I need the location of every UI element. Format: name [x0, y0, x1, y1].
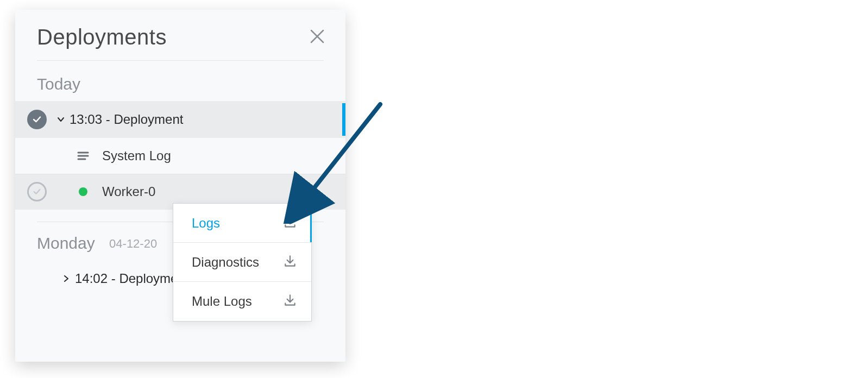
list-icon [75, 149, 91, 162]
close-icon [309, 28, 326, 45]
menu-item-label: Logs [192, 216, 220, 231]
close-button[interactable] [309, 28, 326, 47]
status-success-icon [27, 110, 47, 129]
panel-header: Deployments [15, 10, 345, 60]
deployment-label: 14:02 - Deployment [75, 271, 188, 286]
deployment-label: 13:03 - Deployment [70, 112, 183, 127]
menu-item-diagnostics[interactable]: Diagnostics [173, 243, 311, 282]
menu-item-label: Diagnostics [192, 255, 259, 270]
menu-item-label: Mule Logs [192, 294, 252, 309]
system-log-label: System Log [102, 148, 171, 163]
status-pending-icon [27, 182, 47, 201]
day-group-label: Today [15, 71, 345, 101]
deployment-row[interactable]: 13:03 - Deployment [15, 101, 345, 138]
download-icon [283, 293, 297, 310]
menu-item-logs[interactable]: Logs [173, 204, 311, 243]
status-running-icon [75, 187, 91, 196]
day-name: Monday [37, 234, 95, 252]
download-icon [283, 254, 297, 270]
system-log-row[interactable]: System Log [15, 138, 345, 174]
worker-label: Worker-0 [102, 184, 155, 199]
panel-title: Deployments [37, 25, 167, 49]
download-icon [283, 215, 297, 231]
chevron-right-icon[interactable] [62, 274, 71, 283]
day-date: 04-12-20 [109, 237, 157, 250]
day-name: Today [37, 75, 80, 93]
divider [37, 60, 324, 61]
download-menu: Logs Diagnostics Mule Logs [173, 203, 312, 322]
menu-item-mule-logs[interactable]: Mule Logs [173, 282, 311, 321]
chevron-down-icon[interactable] [56, 115, 65, 124]
